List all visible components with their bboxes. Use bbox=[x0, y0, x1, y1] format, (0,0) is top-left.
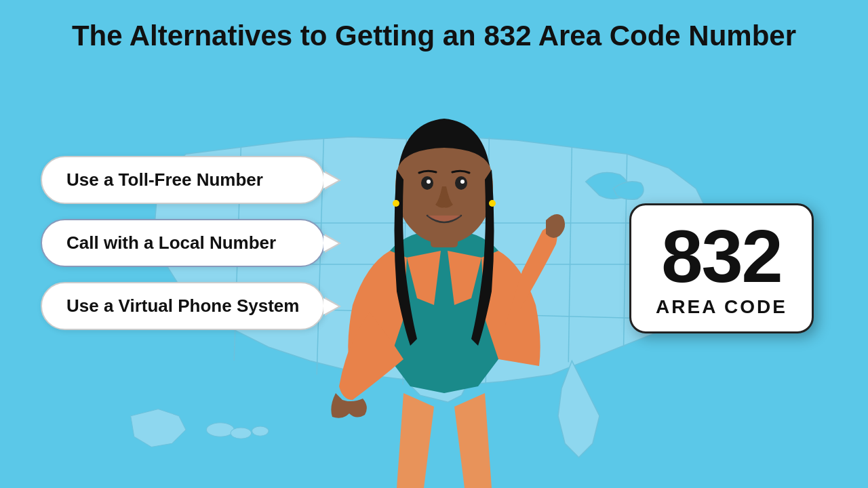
area-code-card: 832 AREA CODE bbox=[629, 203, 814, 333]
svg-point-19 bbox=[489, 200, 496, 207]
svg-point-11 bbox=[252, 426, 269, 436]
svg-point-10 bbox=[231, 428, 252, 439]
svg-point-17 bbox=[460, 180, 465, 184]
bubble-toll-free: Use a Toll-Free Number bbox=[41, 156, 325, 204]
bubbles-container: Use a Toll-Free Number Call with a Local… bbox=[41, 156, 325, 330]
area-code-number: 832 bbox=[656, 219, 787, 293]
main-container: The Alternatives to Getting an 832 Area … bbox=[0, 0, 868, 488]
area-code-text: AREA CODE bbox=[656, 296, 787, 318]
bubble-virtual-phone: Use a Virtual Phone System bbox=[41, 282, 325, 330]
bubble-virtual-phone-label: Use a Virtual Phone System bbox=[66, 296, 299, 317]
person-illustration bbox=[292, 61, 597, 488]
svg-point-16 bbox=[427, 180, 431, 184]
page-title: The Alternatives to Getting an 832 Area … bbox=[0, 0, 868, 60]
bubble-local-number-label: Call with a Local Number bbox=[66, 232, 276, 253]
svg-point-9 bbox=[207, 423, 235, 436]
svg-point-18 bbox=[393, 200, 399, 207]
bubble-toll-free-label: Use a Toll-Free Number bbox=[66, 169, 263, 190]
bubble-local-number: Call with a Local Number bbox=[41, 219, 325, 267]
